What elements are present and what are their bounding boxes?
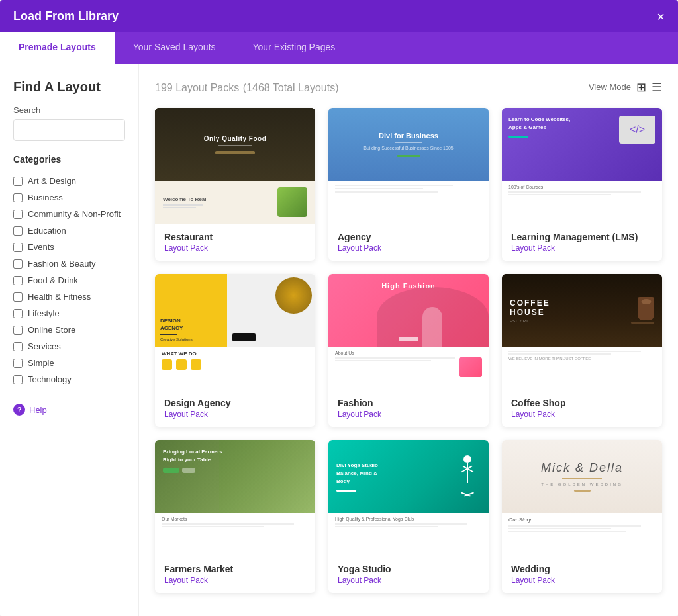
category-checkbox-health-fitness[interactable] xyxy=(13,292,23,302)
modal-title: Load From Library xyxy=(13,9,119,23)
category-list: Art & Design Business Community & Non-Pr… xyxy=(13,173,125,388)
category-community[interactable]: Community & Non-Profit xyxy=(13,206,125,222)
card-info-fashion: Fashion Layout Pack xyxy=(328,390,489,427)
layout-card-restaurant[interactable]: Only Quality Food Welcome To Real xyxy=(155,108,315,261)
layout-count-container: 199 Layout Packs (1468 Total Layouts) xyxy=(155,79,338,95)
modal-header: Load From Library × xyxy=(0,0,678,32)
card-info-yoga: Yoga Studio Layout Pack xyxy=(328,556,489,593)
tabs-bar: Premade Layouts Your Saved Layouts Your … xyxy=(0,32,678,64)
card-type-coffee: Layout Pack xyxy=(511,410,653,419)
card-type-wedding: Layout Pack xyxy=(511,576,653,585)
card-info-agency: Agency Layout Pack xyxy=(328,224,489,261)
category-services[interactable]: Services xyxy=(13,338,125,355)
layout-card-fashion[interactable]: High Fashion About Us xyxy=(328,274,489,427)
layout-card-agency[interactable]: Divi for Business Building Successful Bu… xyxy=(328,108,489,261)
layout-count: 199 Layout Packs (1468 Total Layouts) xyxy=(155,79,338,94)
close-button[interactable]: × xyxy=(657,10,665,23)
view-mode-container: View Mode ⊞ ☰ xyxy=(589,80,662,95)
card-info-restaurant: Restaurant Layout Pack xyxy=(155,224,315,261)
help-icon: ? xyxy=(13,404,25,416)
list-view-icon[interactable]: ☰ xyxy=(652,80,662,95)
category-checkbox-business[interactable] xyxy=(13,193,23,202)
card-name-restaurant: Restaurant xyxy=(164,232,306,242)
modal-container: Load From Library × Premade Layouts Your… xyxy=(0,0,678,616)
category-checkbox-online-store[interactable] xyxy=(13,326,23,335)
main-content: 199 Layout Packs (1468 Total Layouts) Vi… xyxy=(139,64,678,616)
card-image-restaurant: Only Quality Food Welcome To Real xyxy=(155,108,315,224)
category-checkbox-community[interactable] xyxy=(13,210,23,219)
card-name-farmers: Farmers Market xyxy=(164,564,306,574)
card-type-agency: Layout Pack xyxy=(338,243,479,253)
category-food-drink[interactable]: Food & Drink xyxy=(13,272,125,288)
card-image-coffee: COFFEE HOUSE EST. 2021 xyxy=(502,274,662,390)
sidebar-title: Find A Layout xyxy=(13,79,125,95)
category-education[interactable]: Education xyxy=(13,222,125,239)
card-type-fashion: Layout Pack xyxy=(338,410,479,419)
help-button[interactable]: ? Help xyxy=(13,404,125,416)
card-name-design-agency: Design Agency xyxy=(164,398,306,408)
category-lifestyle[interactable]: Lifestyle xyxy=(13,305,125,322)
layout-grid: Only Quality Food Welcome To Real xyxy=(155,108,662,593)
card-info-wedding: Wedding Layout Pack xyxy=(502,556,662,593)
category-checkbox-fashion-beauty[interactable] xyxy=(13,259,23,269)
search-input[interactable] xyxy=(13,119,125,141)
card-info-coffee: Coffee Shop Layout Pack xyxy=(502,390,662,427)
tab-saved-layouts[interactable]: Your Saved Layouts xyxy=(115,32,234,64)
category-checkbox-technology[interactable] xyxy=(13,375,23,384)
view-mode-label: View Mode xyxy=(589,82,631,92)
category-online-store[interactable]: Online Store xyxy=(13,322,125,338)
card-type-lms: Layout Pack xyxy=(511,243,653,253)
card-type-yoga: Layout Pack xyxy=(338,576,479,585)
card-image-fashion: High Fashion About Us xyxy=(328,274,489,390)
category-health-fitness[interactable]: Health & Fitness xyxy=(13,288,125,305)
card-type-farmers: Layout Pack xyxy=(164,576,306,585)
search-label: Search xyxy=(13,105,125,115)
tab-existing-pages[interactable]: Your Existing Pages xyxy=(234,32,354,64)
card-image-design-agency: DESIGNAGENCY Creative Solutions xyxy=(155,274,315,390)
card-image-lms: Learn to Code Websites,Apps & Games </> … xyxy=(502,108,662,224)
category-checkbox-lifestyle[interactable] xyxy=(13,309,23,318)
categories-title: Categories xyxy=(13,154,125,165)
category-business[interactable]: Business xyxy=(13,189,125,206)
card-image-yoga: Divi Yoga StudioBalance, Mind &Body xyxy=(328,440,489,556)
modal-body: Find A Layout Search Categories Art & De… xyxy=(0,64,678,616)
card-name-fashion: Fashion xyxy=(338,398,479,408)
card-name-yoga: Yoga Studio xyxy=(338,564,479,574)
category-simple[interactable]: Simple xyxy=(13,355,125,371)
category-checkbox-art-design[interactable] xyxy=(13,177,23,186)
card-name-lms: Learning Management (LMS) xyxy=(511,232,653,242)
layout-card-wedding[interactable]: Mick & Della THE GOLDEN WEDDING Our Stor… xyxy=(502,440,662,593)
category-events[interactable]: Events xyxy=(13,239,125,255)
card-image-wedding: Mick & Della THE GOLDEN WEDDING Our Stor… xyxy=(502,440,662,556)
content-header: 199 Layout Packs (1468 Total Layouts) Vi… xyxy=(155,79,662,95)
layout-card-yoga[interactable]: Divi Yoga StudioBalance, Mind &Body xyxy=(328,440,489,593)
layout-card-coffee[interactable]: COFFEE HOUSE EST. 2021 xyxy=(502,274,662,427)
category-technology[interactable]: Technology xyxy=(13,371,125,388)
layout-card-design-agency[interactable]: DESIGNAGENCY Creative Solutions xyxy=(155,274,315,427)
tab-premade[interactable]: Premade Layouts xyxy=(0,32,115,64)
sidebar: Find A Layout Search Categories Art & De… xyxy=(0,64,139,616)
card-image-farmers: Bringing Local FarmersRight to your Tabl… xyxy=(155,440,315,556)
category-checkbox-services[interactable] xyxy=(13,342,23,351)
category-checkbox-simple[interactable] xyxy=(13,359,23,368)
card-name-wedding: Wedding xyxy=(511,564,653,574)
card-type-restaurant: Layout Pack xyxy=(164,243,306,253)
card-info-farmers: Farmers Market Layout Pack xyxy=(155,556,315,593)
grid-view-icon[interactable]: ⊞ xyxy=(636,80,646,95)
category-checkbox-events[interactable] xyxy=(13,243,23,252)
category-art-design[interactable]: Art & Design xyxy=(13,173,125,189)
card-info-lms: Learning Management (LMS) Layout Pack xyxy=(502,224,662,261)
layout-card-lms[interactable]: Learn to Code Websites,Apps & Games </> … xyxy=(502,108,662,261)
card-name-coffee: Coffee Shop xyxy=(511,398,653,408)
layout-card-farmers[interactable]: Bringing Local FarmersRight to your Tabl… xyxy=(155,440,315,593)
card-type-design-agency: Layout Pack xyxy=(164,410,306,419)
category-checkbox-education[interactable] xyxy=(13,226,23,236)
card-image-agency: Divi for Business Building Successful Bu… xyxy=(328,108,489,224)
card-name-agency: Agency xyxy=(338,232,479,242)
category-checkbox-food-drink[interactable] xyxy=(13,276,23,285)
card-info-design-agency: Design Agency Layout Pack xyxy=(155,390,315,427)
category-fashion-beauty[interactable]: Fashion & Beauty xyxy=(13,255,125,272)
